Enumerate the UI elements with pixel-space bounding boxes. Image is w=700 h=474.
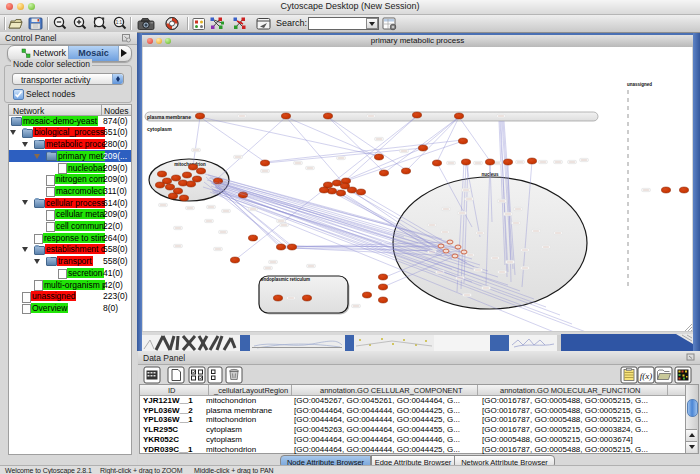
svg-text:cytoplasm: cytoplasm [147,126,172,132]
svg-text:1:1: 1:1 [116,20,123,25]
svg-text:endoplasmic reticulum: endoplasmic reticulum [261,277,310,282]
svg-text:plasma membrane: plasma membrane [147,114,191,120]
svg-text:unassigned: unassigned [627,82,652,87]
svg-text:f(x): f(x) [640,371,653,381]
